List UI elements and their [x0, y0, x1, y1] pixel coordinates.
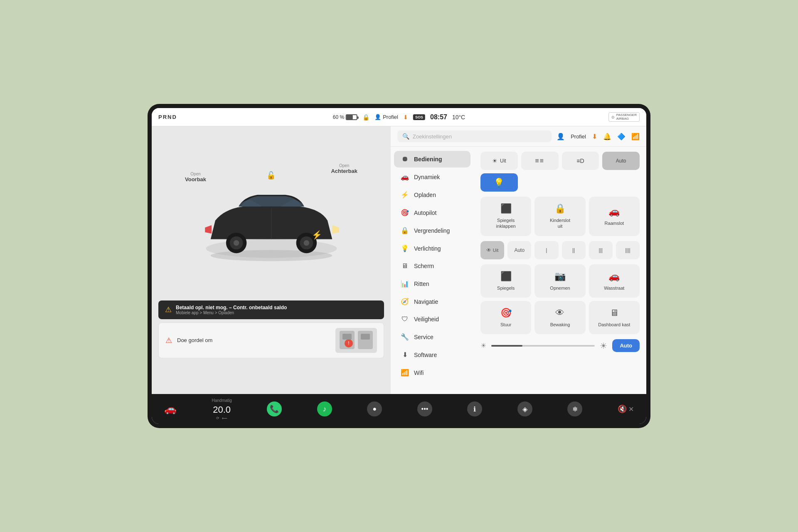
left-panel: Open Voorbak Open Achterbak 🔓 ⚡	[152, 126, 391, 394]
speed-value: 20.0	[213, 404, 231, 415]
light-icon-full: 💡	[494, 177, 504, 187]
tile-label-dashboard-kast: Dashboard kast	[598, 322, 630, 328]
menu-item-dynamiek[interactable]: 🚗 Dynamiek	[394, 168, 470, 185]
menu-item-navigatie[interactable]: 🧭 Navigatie	[394, 293, 470, 310]
bluetooth-icon: 🔷	[617, 133, 626, 140]
tile-spiegels-inklappen[interactable]: ⬛ Spiegelsinklappen	[480, 197, 531, 236]
tile-raamslot[interactable]: 🚗 Raamslot	[589, 197, 640, 236]
menu-item-wifi[interactable]: 📶 Wifi	[394, 364, 470, 381]
search-bar: 🔍 Zoekinstellingen 👤 Profiel ⬇ 🔔 🔷 📶	[391, 126, 646, 147]
taskbar-phone-button[interactable]: 📞	[267, 401, 282, 416]
taskbar-spotify-button[interactable]: ♪	[317, 401, 332, 416]
tile-icon-kinderslot: 🔒	[554, 203, 566, 214]
lock-icon: 🔒	[362, 114, 369, 121]
tile-spiegels[interactable]: ⬛ Spiegels	[480, 264, 531, 298]
wiper-btn-1[interactable]: |	[534, 241, 558, 259]
menu-item-opladen[interactable]: ⚡ Opladen	[394, 186, 470, 203]
volume-control[interactable]: 🔇 ✕	[618, 404, 634, 414]
taskbar-item-car[interactable]: 🚗	[164, 403, 177, 415]
volume-x: ✕	[628, 405, 634, 413]
menu-icon-scherm: 🖥	[401, 262, 409, 270]
battery-info: 60 %	[333, 114, 357, 120]
tile-label-spiegels-inklappen: Spiegelsinklappen	[496, 217, 516, 229]
light-btn-medium[interactable]: ≡D	[562, 152, 599, 170]
menu-item-ritten[interactable]: 📊 Ritten	[394, 275, 470, 292]
tile-label-kinderslot: Kinderslotuit	[550, 217, 570, 229]
menu-label-wifi: Wifi	[414, 369, 424, 376]
taskbar-more-button[interactable]: •••	[417, 401, 432, 416]
wiper-btn-uit[interactable]: 👁 Uit	[480, 241, 504, 259]
light-icon-low: ≡≡	[535, 157, 544, 165]
menu-icon-verlichting: 💡	[401, 244, 409, 252]
menu-icon-bediening: ⏺	[401, 155, 409, 163]
taskbar-tidal-button[interactable]: ◈	[517, 401, 532, 416]
taskbar-info-button[interactable]: ℹ	[467, 401, 482, 416]
download-icon-right: ⬇	[592, 133, 597, 140]
auto-brightness-button[interactable]: Auto	[612, 339, 640, 352]
tile-kinderslot[interactable]: 🔒 Kinderslotuit	[534, 197, 585, 236]
light-btn-uit[interactable]: ☀ Uit	[480, 152, 518, 170]
top-icons: 👤 Profiel ⬇ 🔔 🔷 📶	[557, 133, 640, 140]
lighting-controls: ☀ Uit ≡≡ ≡D Auto	[480, 152, 640, 192]
brightness-slider[interactable]	[491, 345, 595, 347]
light-label-auto: Auto	[616, 158, 626, 164]
search-placeholder-text: Zoekinstellingen	[413, 133, 452, 140]
taskbar-circle-button[interactable]: ●	[367, 401, 382, 416]
prnd-display: PRND	[158, 114, 177, 120]
circle-icon: ●	[373, 405, 377, 413]
tile-stuur[interactable]: 🎯 Stuur	[480, 301, 531, 334]
achterbak-label: Open Achterbak	[331, 163, 357, 174]
tile-icon-spiegels: ⬛	[500, 271, 512, 282]
tile-label-raamslot: Raamslot	[605, 220, 624, 226]
menu-item-scherm[interactable]: 🖥 Scherm	[394, 258, 470, 274]
tile-icon-stuur: 🎯	[500, 308, 512, 318]
light-label-uit: Uit	[500, 158, 506, 164]
speed-sub: ⟳ ⟵	[216, 416, 227, 420]
more-icon: •••	[421, 405, 429, 413]
voorbak-label: Open Voorbak	[185, 172, 206, 182]
wiper-btn-3[interactable]: |||	[589, 241, 613, 259]
menu-icon-opladen: ⚡	[401, 191, 409, 199]
action-tiles: ⬛ Spiegels 📷 Opnemen 🚗 Wasstraat	[480, 264, 640, 335]
tile-bewaking[interactable]: 👁 Bewaking	[534, 301, 585, 334]
menu-item-veiligheid[interactable]: 🛡 Veiligheid	[394, 311, 470, 328]
taskbar-fan-button[interactable]: ❄	[567, 401, 582, 416]
menu-item-service[interactable]: 🔧 Service	[394, 328, 470, 345]
svg-text:!: !	[348, 340, 349, 346]
menu-item-autopilot[interactable]: 🎯 Autopilot	[394, 204, 470, 221]
wiper-btn-4[interactable]: ||||	[616, 241, 640, 259]
menu-item-software[interactable]: ⬇ Software	[394, 346, 470, 363]
menu-icon-dynamiek: 🚗	[401, 173, 409, 181]
menu-label-autopilot: Autopilot	[414, 209, 436, 216]
profile-top[interactable]: 👤 Profiel	[374, 114, 398, 120]
seatbelt-warning: ⚠ Doe gordel om !	[158, 323, 384, 358]
status-bar: PRND 60 % 🔒 👤 Profiel ⬇ SOS 08:57 10°C	[152, 108, 646, 126]
speed-unit: ⟳	[216, 416, 219, 420]
seatbelt-text: Doe gordel om	[177, 337, 212, 343]
menu-icon-wifi: 📶	[401, 369, 409, 377]
search-input-container[interactable]: 🔍 Zoekinstellingen	[397, 131, 552, 142]
menu-icon-vergrendeling: 🔒	[401, 227, 409, 234]
time-display: 08:57	[430, 113, 447, 121]
light-btn-auto[interactable]: Auto	[602, 152, 640, 170]
light-btn-low[interactable]: ≡≡	[521, 152, 559, 170]
warning-banner[interactable]: ⚠ Betaald opl. niet mog. – Contr. onbeta…	[158, 300, 384, 319]
wiper-btn-auto[interactable]: Auto	[507, 241, 531, 259]
wiper-btn-2[interactable]: ||	[562, 241, 586, 259]
tile-dashboard-kast[interactable]: 🖥 Dashboard kast	[589, 301, 640, 334]
wiper-icon: 👁	[486, 247, 491, 253]
menu-item-vergrendeling[interactable]: 🔒 Vergrendeling	[394, 222, 470, 239]
tile-wasstraat[interactable]: 🚗 Wasstraat	[589, 264, 640, 298]
tile-opnemen[interactable]: 📷 Opnemen	[534, 264, 585, 298]
wiper-controls: 👁 Uit Auto | ||	[480, 241, 640, 259]
menu-item-verlichting[interactable]: 💡 Verlichting	[394, 240, 470, 257]
light-btn-full[interactable]: 💡	[480, 173, 518, 192]
tile-icon-opnemen: 📷	[554, 271, 566, 282]
light-icon-medium: ≡D	[576, 158, 584, 164]
phone-icon: 📞	[270, 404, 279, 414]
tile-label-spiegels: Spiegels	[497, 285, 515, 291]
light-icon-uit: ☀	[492, 158, 498, 164]
menu-item-bediening[interactable]: ⏺ Bediening	[394, 151, 470, 167]
lock-indicator-car: 🔓	[266, 171, 276, 180]
tile-label-opnemen: Opnemen	[550, 285, 570, 291]
